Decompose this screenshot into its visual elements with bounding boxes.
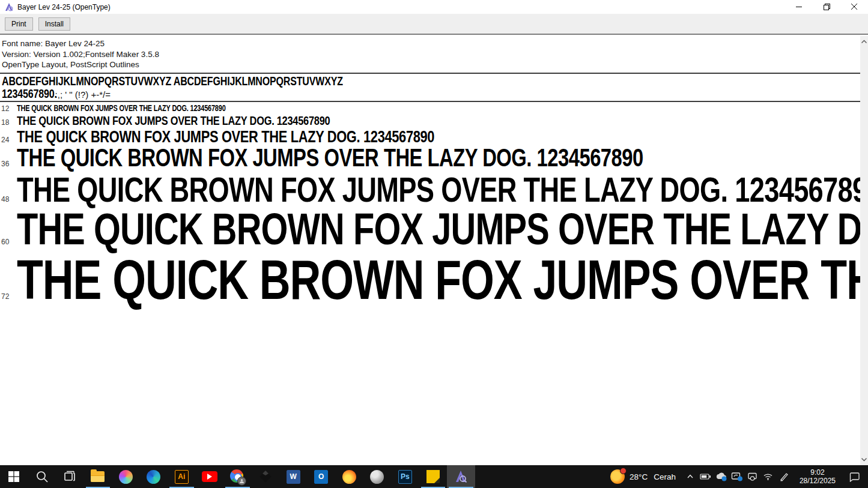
font-layout-line: OpenType Layout, PostScript Outlines [2,59,860,70]
glyph-preview: ABCDEFGHIJKLMNOPQRSTUVWXYZ ABCDEFGHIJKLM… [0,75,860,101]
size-sample-row-36: 36THE QUICK BROWN FOX JUMPS OVER THE LAZ… [0,146,860,170]
chevron-up-icon [686,472,694,481]
taskbar-word[interactable]: W [279,465,308,488]
font-version-line: Version: Version 1.002;Fontself Maker 3.… [2,49,860,60]
weather-condition: Cerah [654,472,676,481]
size-samples: 12THE QUICK BROWN FOX JUMPS OVER THE LAZ… [0,104,860,306]
size-sample-row-24: 24THE QUICK BROWN FOX JUMPS OVER THE LAZ… [0,129,860,145]
taskbar: AiWOPs 28°C Cerah [0,465,868,488]
tray-time: 9:02 [800,468,836,477]
font-viewer-icon [454,469,468,484]
font-viewer-window: Bayer Lev 24-25 (OpenType) Print Install… [0,0,868,488]
taskbar-copilot[interactable] [112,465,140,488]
temperature: 28°C [630,472,648,481]
divider [0,101,860,102]
edge-icon [147,470,160,484]
size-label-60: 60 [1,238,17,246]
taskbar-font-viewer[interactable] [447,465,475,488]
install-button[interactable]: Install [38,17,70,31]
size-label-48: 48 [1,195,17,203]
pen-icon [778,472,789,481]
taskbar-inkscape[interactable] [252,465,280,488]
taskbar-outlook[interactable]: O [308,465,336,488]
notification-icon [849,472,860,482]
taskbar-search[interactable] [28,465,56,488]
size-label-72: 72 [1,292,17,301]
size-label-24: 24 [1,136,17,144]
monitor-icon [747,472,759,481]
battery-icon [700,472,711,481]
clock[interactable]: 9:02 28/12/2025 [792,468,842,486]
connect-display-indicator[interactable] [745,468,760,485]
wifi-indicator[interactable] [761,468,775,485]
app-icon [4,2,14,12]
size-sample-row-12: 12THE QUICK BROWN FOX JUMPS OVER THE LAZ… [0,104,860,113]
sample-text-24: THE QUICK BROWN FOX JUMPS OVER THE LAZY … [17,129,434,145]
close-button[interactable] [840,0,868,14]
taskbar-file-explorer[interactable] [84,465,112,488]
weather-widget[interactable]: 28°C Cerah [604,469,682,484]
taskbar-youtube[interactable] [196,465,224,488]
sample-text-48: THE QUICK BROWN FOX JUMPS OVER THE LAZY … [17,173,860,205]
taskbar-photoshop[interactable]: Ps [391,465,419,488]
restore-button[interactable] [813,0,840,14]
taskbar-illustrator[interactable]: Ai [168,465,196,488]
taskbar-sticky-notes[interactable] [419,465,448,488]
taskbar-firefox[interactable] [335,465,363,488]
preview-area: Font name: Bayer Lev 24-25 Version: Vers… [0,36,860,465]
taskbar-chrome[interactable] [223,465,252,488]
search-icon [35,470,49,483]
scroll-down-arrow[interactable] [860,455,868,464]
alphabet-line: ABCDEFGHIJKLMNOPQRSTUVWXYZ ABCDEFGHIJKLM… [2,75,688,88]
screen-icon [731,472,743,481]
taskbar-apps: AiWOPs [0,465,475,488]
task-view-icon [63,470,76,483]
chrome-icon [230,469,244,484]
copilot-icon [119,470,133,484]
divider [0,73,860,74]
sample-text-60: THE QUICK BROWN FOX JUMPS OVER THE LAZY … [17,209,860,250]
size-sample-row-72: 72THE QUICK BROWN FOX JUMPS OVER THE LAZ… [0,255,860,306]
taskbar-edge[interactable] [140,465,168,488]
scroll-up-arrow[interactable] [860,37,868,46]
outlook-icon: O [314,470,328,484]
windows-logo-icon [8,471,20,483]
screenshare-indicator[interactable] [730,468,744,485]
size-sample-row-48: 48THE QUICK BROWN FOX JUMPS OVER THE LAZ… [0,173,860,205]
word-icon: W [287,470,300,484]
weather-badge [620,468,627,474]
font-info: Font name: Bayer Lev 24-25 Version: Vers… [0,36,860,70]
size-sample-row-60: 60THE QUICK BROWN FOX JUMPS OVER THE LAZ… [0,209,860,250]
file-explorer-icon [91,471,105,482]
onedrive-indicator[interactable] [714,468,729,485]
taskbar-start[interactable] [0,465,28,488]
size-sample-row-18: 18THE QUICK BROWN FOX JUMPS OVER THE LAZ… [0,115,860,127]
title-bar: Bayer Lev 24-25 (OpenType) [0,0,868,14]
numerals-line: 1234567890.:,; ' " (!?) +-*/= [2,88,860,101]
print-button[interactable]: Print [5,17,33,31]
chrome-profile-badge [237,477,246,486]
weather-icon [610,469,625,484]
sample-text-36: THE QUICK BROWN FOX JUMPS OVER THE LAZY … [17,146,643,170]
sticky-notes-icon [426,470,440,483]
sample-text-72: THE QUICK BROWN FOX JUMPS OVER THE LAZY … [17,255,860,306]
taskbar-task-view[interactable] [56,465,84,488]
tray-date: 28/12/2025 [800,477,836,486]
minimize-button[interactable] [785,0,813,14]
taskbar-gimp[interactable] [363,465,392,488]
sample-text-12: THE QUICK BROWN FOX JUMPS OVER THE LAZY … [17,104,226,112]
font-name-line: Font name: Bayer Lev 24-25 [2,38,860,49]
inkscape-icon [258,469,273,484]
action-center-button[interactable] [843,465,866,488]
firefox-icon [342,470,356,484]
gimp-icon [370,470,384,484]
toolbar: Print Install [0,14,868,35]
tray-expand-button[interactable] [683,468,697,485]
size-label-18: 18 [1,118,17,127]
cloud-icon [715,472,727,481]
windows-ink-indicator[interactable] [777,468,791,485]
youtube-icon [202,471,217,482]
vertical-scrollbar[interactable] [860,36,868,465]
illustrator-icon: Ai [175,470,189,484]
battery-indicator[interactable] [699,468,713,485]
